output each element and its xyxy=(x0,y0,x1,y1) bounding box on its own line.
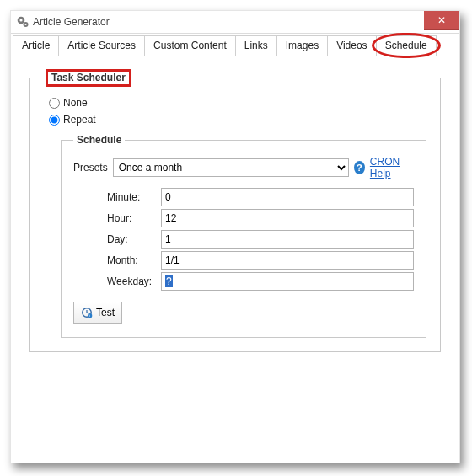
tab-article[interactable]: Article xyxy=(13,35,59,56)
radio-none-label: None xyxy=(63,97,88,109)
test-button[interactable]: i Test xyxy=(73,302,122,324)
weekday-input[interactable]: ? xyxy=(161,272,414,291)
window-title: Article Generator xyxy=(33,16,110,28)
tab-videos[interactable]: Videos xyxy=(327,35,376,56)
tab-label: Custom Content xyxy=(153,40,227,51)
radio-repeat[interactable]: Repeat xyxy=(49,114,426,126)
help-icon: ? xyxy=(354,161,365,174)
schedule-legend: Schedule xyxy=(73,134,125,146)
presets-select[interactable]: Once a month xyxy=(113,158,349,177)
close-icon: ✕ xyxy=(437,14,446,26)
weekday-label: Weekday: xyxy=(107,275,161,287)
presets-label: Presets xyxy=(73,162,108,174)
schedule-group: Schedule Presets Once a month ? CRON Hel… xyxy=(61,134,426,338)
tab-label: Videos xyxy=(336,40,367,51)
tab-article-sources[interactable]: Article Sources xyxy=(58,35,145,56)
svg-text:i: i xyxy=(89,313,90,318)
minute-label: Minute: xyxy=(107,191,161,203)
radio-repeat-label: Repeat xyxy=(63,114,96,126)
tab-schedule[interactable]: Schedule xyxy=(376,35,437,56)
radio-none[interactable]: None xyxy=(49,97,426,109)
day-input[interactable] xyxy=(161,230,414,249)
legend-text: Task Scheduler xyxy=(51,72,126,83)
tab-strip: Article Article Sources Custom Content L… xyxy=(11,35,459,56)
test-label: Test xyxy=(96,307,115,318)
month-input[interactable] xyxy=(161,251,414,270)
task-scheduler-group: Task Scheduler None Repeat Schedule Pres… xyxy=(30,72,441,352)
tab-label: Links xyxy=(244,40,268,51)
titlebar: Article Generator ✕ xyxy=(11,11,459,34)
radio-repeat-input[interactable] xyxy=(49,115,60,126)
tab-label: Article xyxy=(22,40,50,51)
svg-point-3 xyxy=(24,24,26,25)
task-scheduler-legend: Task Scheduler xyxy=(44,72,133,83)
weekday-value-selected: ? xyxy=(165,275,173,287)
minute-input[interactable] xyxy=(161,188,414,206)
svg-line-6 xyxy=(87,313,89,313)
tab-label: Schedule xyxy=(385,40,427,51)
radio-none-input[interactable] xyxy=(49,98,60,109)
dialog-window: Article Generator ✕ Article Article Sour… xyxy=(10,10,460,463)
hour-label: Hour: xyxy=(107,212,161,224)
cron-help-link[interactable]: CRON Help xyxy=(370,156,414,179)
gear-icon xyxy=(16,15,30,29)
clock-icon: i xyxy=(81,307,93,318)
tab-label: Article Sources xyxy=(67,40,136,51)
tab-links[interactable]: Links xyxy=(235,35,277,56)
tab-images[interactable]: Images xyxy=(276,35,328,56)
month-label: Month: xyxy=(107,254,161,266)
tab-panel-schedule: Task Scheduler None Repeat Schedule Pres… xyxy=(11,56,459,463)
hour-input[interactable] xyxy=(161,209,414,227)
tab-custom-content[interactable]: Custom Content xyxy=(144,35,236,56)
close-button[interactable]: ✕ xyxy=(424,11,459,30)
highlight-box: Task Scheduler xyxy=(46,69,131,87)
svg-point-1 xyxy=(19,19,22,21)
tab-label: Images xyxy=(286,40,319,51)
day-label: Day: xyxy=(107,233,161,245)
legend-text: Schedule xyxy=(77,134,121,146)
